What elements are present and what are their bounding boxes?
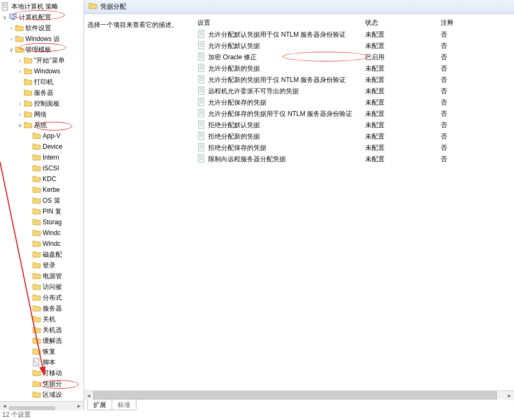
expander-icon[interactable]: › [8, 36, 15, 42]
expander-icon[interactable]: › [8, 25, 15, 31]
folder-icon [15, 45, 24, 54]
list-row[interactable]: 远程机允许委派不可导出的凭据未配置否 [195, 86, 514, 97]
tree-item[interactable]: Intern [0, 152, 84, 163]
svg-rect-6 [33, 359, 39, 366]
horizontal-scrollbar[interactable]: ◄ ► [84, 390, 514, 400]
folder-icon [32, 390, 41, 399]
folder-icon [32, 175, 41, 183]
tree-root-item[interactable]: 本地计算机 策略 [0, 1, 84, 12]
tree-item[interactable]: 磁盘配 [0, 249, 84, 260]
list-row[interactable]: 允许分配默认凭据未配置否 [195, 40, 514, 52]
tree-item[interactable]: OS 策 [0, 195, 84, 206]
folder-icon [32, 358, 41, 367]
tree-item[interactable]: Windc [0, 238, 84, 249]
tree-item[interactable]: v管理模板 [0, 44, 84, 55]
setting-note: 否 [438, 155, 514, 164]
svg-rect-44 [198, 132, 204, 140]
tree-item[interactable]: 登录 [0, 260, 84, 271]
tree-item[interactable]: App-V [0, 130, 84, 141]
tree-item[interactable]: 缓解选 [0, 335, 84, 346]
scroll-thumb[interactable] [9, 407, 55, 410]
tree-item[interactable]: v系统 [0, 120, 84, 130]
col-state[interactable]: 状态 [363, 18, 438, 27]
folder-icon [24, 56, 32, 65]
folder-icon [32, 164, 41, 173]
tree-item[interactable]: 服务器 [0, 303, 84, 314]
svg-rect-12 [198, 42, 204, 49]
tree-label: Storag [43, 218, 61, 226]
list-row[interactable]: 允许分配默认凭据用于仅 NTLM 服务器身份验证未配置否 [195, 29, 514, 40]
folder-icon [32, 336, 41, 345]
tree-item[interactable]: KDC [0, 174, 84, 184]
scroll-left-icon[interactable]: ◄ [84, 391, 93, 400]
folder-icon [24, 121, 32, 129]
scroll-left-icon[interactable]: ◄ [0, 402, 9, 411]
tab-extended[interactable]: 扩展 [87, 400, 112, 410]
tree-item[interactable]: 关机选 [0, 325, 84, 335]
tree-item[interactable]: iSCSI [0, 163, 84, 174]
list-row[interactable]: 拒绝分配新的凭据未配置否 [195, 131, 514, 142]
horizontal-scrollbar[interactable]: ◄ ► [0, 401, 84, 410]
expander-icon[interactable]: › [16, 68, 24, 74]
tree-item[interactable]: ›"开始"菜单 [0, 55, 84, 66]
tree-item[interactable]: 打印机 [0, 77, 84, 87]
scroll-thumb[interactable] [93, 391, 497, 400]
setting-note: 否 [438, 75, 514, 85]
list-row[interactable]: 允许分配保存的凭据未配置否 [195, 97, 514, 108]
tree-item[interactable]: ›控制面板 [0, 98, 84, 109]
folder-icon [32, 229, 41, 237]
setting-state: 未配置 [363, 132, 438, 141]
list-row[interactable]: 允许分配保存的凭据用于仅 NTLM 服务器身份验证未配置否 [195, 108, 514, 120]
tree-item[interactable]: 可移动 [0, 368, 84, 378]
setting-state: 未配置 [363, 143, 438, 153]
description-column: 选择一个项目来查看它的描述。 [87, 17, 195, 410]
folder-icon [24, 78, 32, 86]
list-row[interactable]: 拒绝分配默认凭据未配置否 [195, 120, 514, 131]
tab-standard[interactable]: 标准 [112, 400, 136, 410]
tree-item[interactable]: ›Windows 设 [0, 33, 84, 44]
scroll-right-icon[interactable]: ► [74, 402, 84, 411]
tree-item[interactable]: 关机 [0, 314, 84, 325]
tree-item[interactable]: 凭据分 [0, 378, 84, 389]
content-area: 选择一个项目来查看它的描述。 设置 状态 注释 允许分配默认凭据用于仅 NTLM… [84, 14, 514, 410]
scroll-right-icon[interactable]: ► [505, 391, 514, 400]
tree-panel: 本地计算机 策略 v 计算机配置 ›软件设置›Windows 设v管理模板 ›"… [0, 0, 84, 410]
expander-icon[interactable]: v [1, 15, 9, 20]
tree-item[interactable]: ›Windows [0, 66, 84, 77]
tree-item[interactable]: 分布式 [0, 292, 84, 303]
expander-icon[interactable]: v [16, 122, 24, 128]
tree-item[interactable]: Windc [0, 228, 84, 238]
col-setting[interactable]: 设置 [195, 18, 363, 27]
tree-label: 打印机 [34, 78, 53, 87]
tree-item[interactable]: PIN 复 [0, 206, 84, 217]
tree-item[interactable]: Device [0, 141, 84, 152]
tree-item[interactable]: Kerbe [0, 184, 84, 195]
list-row[interactable]: 拒绝分配保存的凭据未配置否 [195, 142, 514, 154]
expander-icon[interactable]: › [16, 58, 24, 64]
tree-item[interactable]: 脚本 [0, 357, 84, 368]
scroll-track[interactable] [93, 391, 505, 400]
tree-item[interactable]: 恢复 [0, 346, 84, 357]
setting-label: 允许分配保存的凭据 [208, 98, 266, 107]
folder-icon [32, 218, 41, 226]
tree-item[interactable]: 服务器 [0, 87, 84, 98]
folder-icon [32, 272, 41, 280]
tree-item[interactable]: 区域设 [0, 389, 84, 400]
expander-icon[interactable]: v [8, 47, 15, 53]
folder-icon [32, 380, 41, 388]
tree-item[interactable]: 访问被 [0, 281, 84, 292]
tree-item[interactable]: Storag [0, 217, 84, 228]
tree-item[interactable]: 电源管 [0, 271, 84, 281]
list-row[interactable]: 限制向远程服务器分配凭据未配置否 [195, 154, 514, 165]
tree-item[interactable]: ›网络 [0, 109, 84, 120]
tree-label: 磁盘配 [43, 250, 62, 259]
tree-item[interactable]: ›软件设置 [0, 23, 84, 33]
setting-icon [197, 98, 206, 108]
list-row[interactable]: 允许分配新的凭据用于仅 NTLM 服务器身份验证未配置否 [195, 74, 514, 86]
col-note[interactable]: 注释 [438, 18, 514, 27]
expander-icon[interactable]: › [16, 112, 24, 118]
tree-computer-config[interactable]: v 计算机配置 [0, 12, 84, 23]
list-row[interactable]: 允许分配新的凭据未配置否 [195, 63, 514, 74]
list-row[interactable]: 加密 Oracle 修正已启用否 [195, 52, 514, 63]
expander-icon[interactable]: › [16, 101, 24, 107]
